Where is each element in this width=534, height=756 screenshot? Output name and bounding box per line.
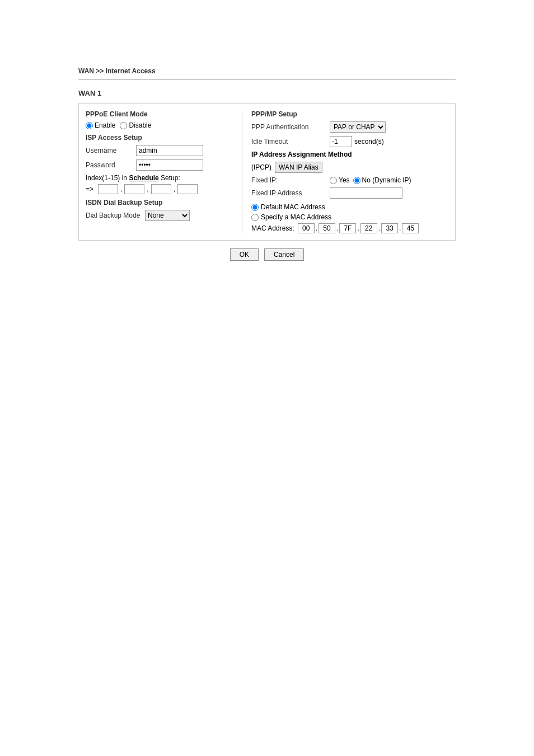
username-label: Username xyxy=(86,147,136,154)
idle-unit: second(s) xyxy=(354,138,384,145)
main-box: PPPoE Client Mode Enable Disable ISP Acc… xyxy=(78,103,456,241)
fixed-ip-addr-row: Fixed IP Address xyxy=(251,187,448,199)
fixed-ip-addr-input[interactable] xyxy=(330,187,402,199)
ipcp-label: (IPCP) xyxy=(251,163,271,171)
index-line: Index(1-15) in Schedule Setup: xyxy=(86,174,233,182)
idle-timeout-row: Idle Timeout second(s) xyxy=(251,136,448,147)
mac-octet-1[interactable] xyxy=(298,223,315,233)
wan-ip-alias-button[interactable]: WAN IP Alias xyxy=(275,162,322,173)
dial-label: Dial Backup Mode xyxy=(86,212,142,219)
password-input[interactable] xyxy=(136,159,203,171)
fixed-ip-row: Fixed IP: Yes No (Dynamic IP) xyxy=(251,176,448,184)
fixed-ip-no-radio[interactable] xyxy=(353,177,360,184)
dial-select[interactable]: None Always On Failover xyxy=(145,210,190,221)
ipcp-row: (IPCP) WAN IP Alias xyxy=(251,162,448,173)
mac-octet-4[interactable] xyxy=(360,223,377,233)
ppp-auth-label: PPP Authentication xyxy=(251,123,330,131)
arrow-label: => xyxy=(86,185,93,193)
right-panel: PPP/MP Setup PPP Authentication PAP or C… xyxy=(242,110,448,233)
enable-label: Enable xyxy=(95,121,115,129)
mac-default-label[interactable]: Default MAC Address xyxy=(251,203,448,211)
schedule-input-3[interactable] xyxy=(151,184,171,194)
password-row: Password xyxy=(86,159,233,171)
mac-octet-2[interactable] xyxy=(318,223,335,233)
schedule-input-4[interactable] xyxy=(177,184,198,194)
mac-addr-row: MAC Address: . . . . . xyxy=(251,223,448,233)
fixed-ip-yes-radio[interactable] xyxy=(330,177,337,184)
enable-radio[interactable] xyxy=(86,122,93,129)
ppp-title: PPP/MP Setup xyxy=(251,110,448,118)
fixed-ip-no-text: No (Dynamic IP) xyxy=(362,176,411,184)
breadcrumb-text: WAN >> Internet Access xyxy=(78,67,156,75)
mac-octet-5[interactable] xyxy=(381,223,398,233)
pppoe-title: PPPoE Client Mode xyxy=(86,110,233,118)
username-row: Username xyxy=(86,145,233,156)
schedule-input-1[interactable] xyxy=(98,184,118,194)
username-input[interactable] xyxy=(136,145,203,156)
dial-row: Dial Backup Mode None Always On Failover xyxy=(86,210,233,221)
disable-radio-label[interactable]: Disable xyxy=(120,121,151,129)
mac-octet-3[interactable] xyxy=(339,223,356,233)
breadcrumb: WAN >> Internet Access xyxy=(78,67,456,75)
mac-default-radio[interactable] xyxy=(251,204,259,211)
disable-label: Disable xyxy=(129,121,151,129)
mac-specify-text: Specify a MAC Address xyxy=(261,213,331,221)
disable-radio[interactable] xyxy=(120,122,127,129)
enable-radio-label[interactable]: Enable xyxy=(86,121,115,129)
button-row: OK Cancel xyxy=(78,248,456,261)
cancel-button[interactable]: Cancel xyxy=(264,248,304,261)
mac-section: Default MAC Address Specify a MAC Addres… xyxy=(251,203,448,233)
schedule-link[interactable]: Schedule xyxy=(129,174,158,182)
ppp-auth-row: PPP Authentication PAP or CHAP PAP CHAP … xyxy=(251,121,448,133)
pppoe-mode-group: Enable Disable xyxy=(86,121,233,129)
fixed-ip-addr-label: Fixed IP Address xyxy=(251,189,330,197)
idle-input[interactable] xyxy=(330,136,352,147)
idle-label: Idle Timeout xyxy=(251,138,330,145)
schedule-row: => , , , xyxy=(86,184,233,194)
ppp-auth-select[interactable]: PAP or CHAP PAP CHAP MS-CHAP xyxy=(330,121,386,133)
mac-octet-6[interactable] xyxy=(402,223,419,233)
password-label: Password xyxy=(86,161,136,169)
mac-radio-group: Default MAC Address Specify a MAC Addres… xyxy=(251,203,448,221)
section-title: WAN 1 xyxy=(78,89,456,97)
fixed-ip-yes-text: Yes xyxy=(339,176,350,184)
mac-specify-radio[interactable] xyxy=(251,214,259,221)
isdn-title: ISDN Dial Backup Setup xyxy=(86,199,233,206)
ip-method-row: IP Address Assignment Method xyxy=(251,151,448,158)
ip-method-label: IP Address Assignment Method xyxy=(251,151,352,158)
fixed-ip-no-label[interactable]: No (Dynamic IP) xyxy=(353,176,411,184)
mac-addr-label: MAC Address: xyxy=(251,224,294,232)
schedule-input-2[interactable] xyxy=(124,184,144,194)
fixed-ip-yes-label[interactable]: Yes xyxy=(330,176,350,184)
index-text: Index(1-15) in xyxy=(86,174,127,182)
ok-button[interactable]: OK xyxy=(230,248,259,261)
fixed-ip-label: Fixed IP: xyxy=(251,176,330,184)
setup-text: Setup: xyxy=(161,174,180,182)
fixed-ip-radio-group: Yes No (Dynamic IP) xyxy=(330,176,411,184)
mac-specify-label[interactable]: Specify a MAC Address xyxy=(251,213,448,221)
mac-default-text: Default MAC Address xyxy=(261,203,325,211)
left-panel: PPPoE Client Mode Enable Disable ISP Acc… xyxy=(86,110,242,233)
isp-title: ISP Access Setup xyxy=(86,134,233,142)
top-divider xyxy=(78,79,456,80)
